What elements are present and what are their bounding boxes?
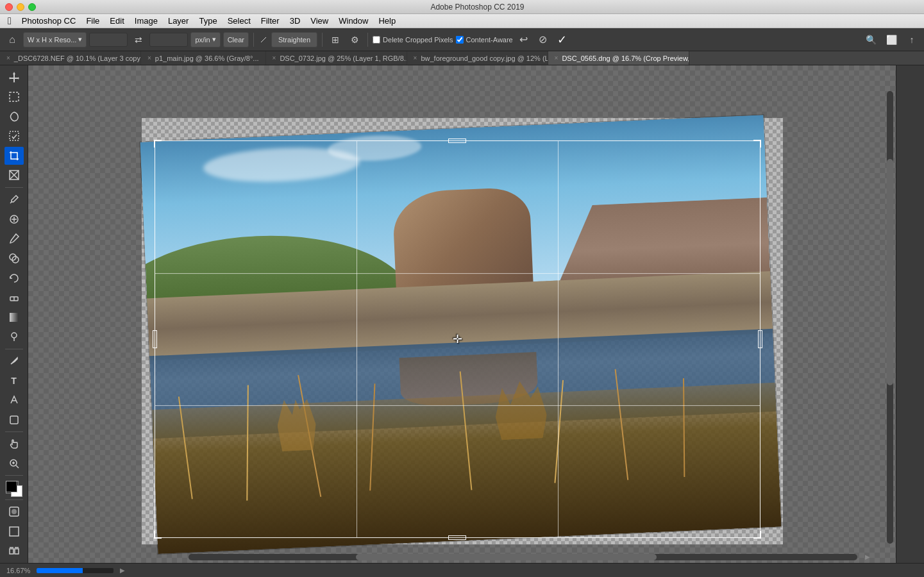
svg-point-15 [12,333,17,338]
status-arrow[interactable]: ▶ [120,567,125,574]
tool-quick-mask[interactable] [4,503,24,521]
commit-crop-icon[interactable]: ✓ [554,31,571,48]
tool-eraser[interactable] [4,288,24,307]
ratio-select[interactable]: W x H x Reso... ▾ [23,32,87,47]
tool-lasso[interactable] [4,107,24,126]
tool-hand[interactable] [4,435,24,453]
tool-separator-5 [5,499,23,500]
window-title: Adobe Photoshop CC 2019 [36,3,919,12]
svg-rect-14 [10,313,19,322]
tool-crop[interactable] [4,147,24,165]
tool-frame[interactable] [4,166,24,185]
height-input[interactable] [149,33,188,47]
ratio-label: W x H x Reso... [28,36,76,44]
menu-photoshop[interactable]: Photoshop CC [17,15,81,27]
width-input[interactable] [89,33,128,47]
status-bar: 16.67% ▶ [0,563,924,577]
swap-dimensions-icon[interactable]: ⇄ [130,31,147,48]
foreground-color-swatch [6,481,17,492]
scrollbar-h-thumb[interactable] [356,554,657,560]
content-aware-text: Content-Aware [466,36,513,44]
tool-type[interactable]: T [4,371,24,390]
menu-select[interactable]: Select [223,15,256,27]
tab-label-dsc0732: DSC_0732.jpg @ 25% (Layer 1, RGB/8... [280,54,407,62]
svg-rect-27 [15,549,19,554]
scrollbar-horizontal[interactable] [189,554,857,560]
tool-gradient[interactable] [4,308,24,326]
tool-rectangle-select[interactable] [4,88,24,106]
tool-path-select[interactable] [4,391,24,410]
workspace-icon[interactable]: ⬜ [883,31,900,48]
tab-dsc6728[interactable]: × _DSC6728.NEF @ 10.1% (Layer 3 copy, RG… [0,51,141,65]
scrollbar-vertical[interactable] [887,91,893,544]
close-button[interactable] [5,3,13,11]
tool-history-brush[interactable] [4,269,24,287]
maximize-button[interactable] [28,3,36,11]
clear-button[interactable]: Clear [223,32,249,47]
menu-image[interactable]: Image [130,15,163,27]
menu-filter[interactable]: Filter [256,15,285,27]
settings-gear-icon[interactable]: ⚙ [346,31,363,48]
titlebar: Adobe Photoshop CC 2019 [0,0,924,14]
tool-zoom[interactable] [4,455,24,473]
menu-apple[interactable]:  [3,14,17,28]
content-aware-label[interactable]: Content-Aware [456,36,513,44]
tool-shape[interactable] [4,411,24,430]
home-icon[interactable]: ⌂ [4,31,21,48]
tab-dsc0565[interactable]: × DSC_0565.dng @ 16.7% (Crop Preview, RG… [548,51,689,65]
delete-cropped-pixels-checkbox[interactable] [373,36,380,44]
menu-type[interactable]: Type [194,15,222,27]
tool-clone-stamp[interactable] [4,249,24,268]
menu-view[interactable]: View [305,15,333,27]
svg-rect-2 [10,131,19,140]
tool-move[interactable] [4,68,24,87]
delete-cropped-pixels-label[interactable]: Delete Cropped Pixels [373,36,453,44]
straighten-button[interactable]: Straighten [271,32,317,47]
unit-label: px/in [195,36,210,44]
traffic-lights [5,3,36,11]
separator-3 [367,33,368,47]
tab-close-dsc0565[interactable]: × [555,54,559,62]
tool-change-screen-mode[interactable] [4,523,24,541]
tab-label-bwforeground: bw_foreground_good copy.jpg @ 12% (Layer… [421,54,548,62]
tab-dsc0732[interactable]: × DSC_0732.jpg @ 25% (Layer 1, RGB/8... [266,51,407,65]
tool-pen[interactable] [4,352,24,371]
scroll-right-arrow[interactable]: ▶ [865,553,870,560]
minimize-button[interactable] [17,3,24,11]
share-icon[interactable]: ↑ [903,31,920,48]
straighten-label: Straighten [278,36,310,44]
content-aware-checkbox[interactable] [456,36,464,44]
menu-window[interactable]: Window [333,15,373,27]
cancel-crop-icon[interactable]: ⊘ [535,31,551,48]
menu-file[interactable]: File [81,15,105,27]
tool-separator-2 [5,349,23,349]
menu-3d[interactable]: 3D [285,15,306,27]
svg-line-20 [16,465,19,468]
tab-close-dsc0732[interactable]: × [273,54,276,62]
tool-object-select[interactable] [4,127,24,146]
svg-marker-0 [9,72,19,83]
tab-label-dsc0565: DSC_0565.dng @ 16.7% (Crop Preview, RGB/… [562,54,689,62]
tool-dodge[interactable] [4,328,24,346]
menu-help[interactable]: Help [373,15,401,27]
search-icon[interactable]: 🔍 [862,31,879,48]
menu-edit[interactable]: Edit [105,15,129,27]
foreground-background-colors[interactable] [6,481,22,497]
tool-artboards[interactable] [4,542,24,560]
tab-close-bwforeground[interactable]: × [414,54,417,62]
overlay-icon[interactable]: ⊞ [327,31,344,48]
canvas-area[interactable]: ✛ ▶ [28,65,896,563]
tool-spot-heal[interactable] [4,210,24,228]
menu-layer[interactable]: Layer [163,15,194,27]
separator-2 [322,33,323,47]
undo-crop-icon[interactable]: ↩ [516,31,532,48]
scrollbar-v-thumb[interactable] [887,159,893,385]
tab-p1main[interactable]: × p1_main.jpg @ 36.6% (Gray/8°... [141,51,266,65]
tab-close-p1main[interactable]: × [147,54,151,62]
tab-close-dsc6728[interactable]: × [6,54,10,62]
tool-brush[interactable] [4,230,24,248]
tool-separator-4 [5,475,23,476]
unit-select[interactable]: px/in ▾ [190,32,220,47]
tool-eyedropper[interactable] [4,190,24,209]
tab-bwforeground[interactable]: × bw_foreground_good copy.jpg @ 12% (Lay… [407,51,548,65]
